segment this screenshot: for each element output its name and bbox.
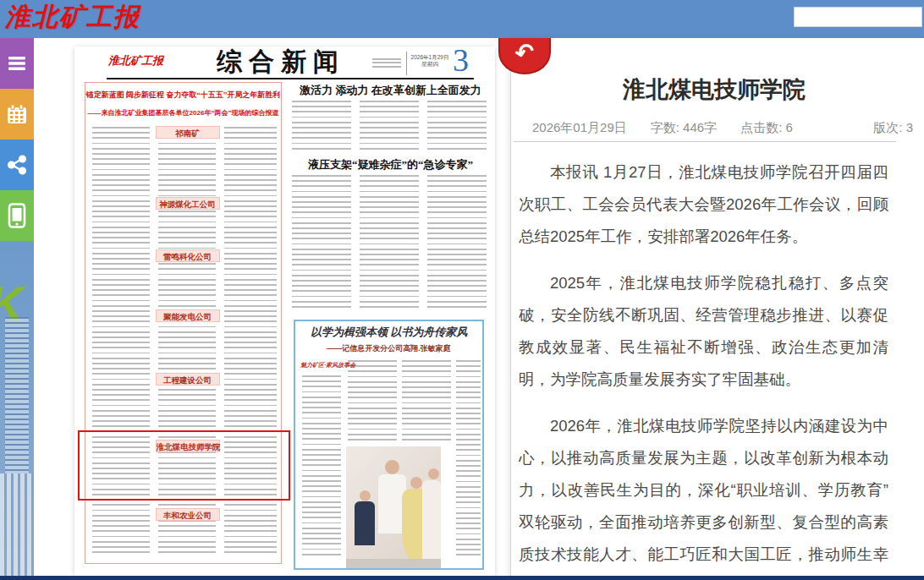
building-tower [5, 317, 29, 473]
text-placeholder [292, 175, 351, 310]
article-date: 2026年01月29日 [532, 120, 627, 136]
text-placeholder [427, 175, 487, 310]
building-base [0, 473, 34, 576]
section-juneng-power[interactable]: 聚能发电公司 [156, 309, 220, 322]
site-logo[interactable]: 淮北矿工报 [5, 0, 140, 35]
section-leiming-kehua[interactable]: 雷鸣科化公司 [156, 249, 220, 262]
photo-figure-head [360, 490, 371, 501]
photo-figure-head [410, 477, 422, 489]
family-feature-box[interactable]: 以学为楫强本领 以书为舟传家风 ——记信息开发分公司高翔.张敏家庭 魅力矿区·家… [294, 320, 484, 570]
hamburger-menu-icon [7, 53, 27, 74]
text-placeholder [348, 360, 397, 441]
paper-date-line: 2026年1月29日 [410, 54, 450, 61]
paper-date: 2026年1月29日 星期四 [410, 54, 450, 68]
feature-subhead: ——记信息开发分公司高翔.张敏家庭 [295, 343, 482, 354]
photo-figure-head [385, 460, 399, 474]
article-word-count: 字数: 446字 [651, 120, 717, 136]
text-placeholder [402, 360, 451, 441]
article-headline-vitality[interactable]: 激活力 添动力 在改革创新上全面发力 [290, 83, 491, 98]
lead-article-box: 锚定新蓝图 阔步新征程 奋力夺取“十五五”开局之年新胜利 ——来自淮北矿业集团基… [85, 82, 282, 564]
article-paragraph: 2026年，淮北煤电技师学院坚持以内涵建设为中心，以推动高质量发展为主题，以改革… [519, 410, 888, 580]
share-icon [7, 155, 27, 175]
sidebar-menu-button[interactable] [0, 38, 34, 89]
text-placeholder [302, 375, 341, 556]
text-placeholder [360, 101, 419, 150]
paper-section-title: 综合新闻 [217, 45, 345, 79]
lead-subhead: ——来自淮北矿业集团基层各单位2026年“两会”现场的综合报道 [85, 108, 281, 118]
newspaper-page: 淮北矿工报 综合新闻 2026年1月29日 星期四 3 锚定新蓝图 阔步新征程 … [74, 47, 495, 576]
bottom-bar [0, 576, 924, 580]
text-placeholder [292, 101, 351, 150]
text-placeholder [427, 101, 487, 150]
feature-headline: 以学为楫强本领 以书为舟传家风 [295, 325, 482, 340]
section-technician-college[interactable]: 淮北煤电技师学院 [156, 440, 220, 452]
paper-masthead: 淮北矿工报 [108, 53, 163, 68]
article-divider [514, 141, 896, 142]
sidebar-mobile-button[interactable] [0, 190, 34, 241]
screen: 淮北矿工报 K 淮北矿工报 综合新闻 2026年1月29日 [0, 0, 924, 580]
article-meta: 2026年01月29日 字数: 446字 点击数: 6 版次: 3 [532, 120, 913, 136]
section-fenghe-agriculture[interactable]: 丰和农业公司 [156, 508, 220, 521]
photo-figure-body [355, 501, 375, 545]
article-title: 淮北煤电技师学院 [528, 74, 900, 105]
section-engineering-construction[interactable]: 工程建设公司 [156, 373, 220, 386]
article-paragraph: 本报讯 1月27日，淮北煤电技师学院召开四届四次职工、工会会员代表大会暨2026… [519, 156, 888, 253]
paper-page-number: 3 [453, 41, 469, 79]
article-body: 本报讯 1月27日，淮北煤电技师学院召开四届四次职工、工会会员代表大会暨2026… [519, 156, 888, 580]
section-qinan-mine[interactable]: 祁南矿 [156, 126, 220, 139]
article-paragraph: 2025年，淮北煤电技师学院稳扎稳打、多点突破，安全防线不断巩固、经营管理稳步推… [519, 267, 888, 396]
background-photo: K [0, 241, 34, 576]
header-divider [406, 52, 407, 75]
article-edition: 版次: 3 [873, 120, 913, 136]
article-headline-hydraulic-support[interactable]: 液压支架“疑难杂症”的“急诊专家” [290, 157, 491, 172]
paper-weekday: 星期四 [410, 61, 450, 68]
section-shenyuan-coal-chemical[interactable]: 神源煤化工公司 [156, 197, 220, 210]
family-photo [346, 446, 441, 568]
search-input[interactable] [794, 7, 922, 27]
photo-figure-body [422, 480, 441, 560]
article-click-count: 点击数: 6 [740, 120, 793, 136]
return-arrow-icon: ↶ [512, 36, 536, 68]
text-placeholder [360, 175, 419, 310]
photo-figure-head [428, 468, 439, 479]
lead-headline[interactable]: 锚定新蓝图 阔步新征程 奋力夺取“十五五”开局之年新胜利 [85, 90, 281, 101]
text-placeholder [456, 360, 481, 560]
top-bar: 淮北矿工报 [0, 0, 924, 38]
header-rule [107, 78, 474, 79]
calendar-icon [6, 103, 28, 125]
sidebar-share-button[interactable] [0, 140, 34, 190]
sidebar-calendar-button[interactable] [0, 89, 34, 140]
article-panel: 淮北煤电技师学院 2026年01月29日 字数: 446字 点击数: 6 版次:… [510, 38, 924, 580]
editor-text-placeholder [372, 58, 401, 68]
mobile-phone-icon [6, 203, 28, 228]
photo-floor [346, 559, 441, 568]
